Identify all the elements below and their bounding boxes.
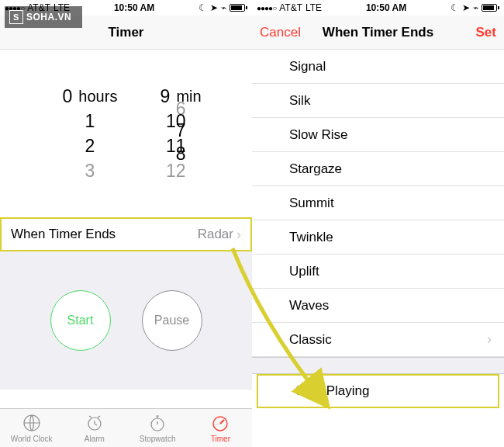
status-time: 10:50 AM [114,2,154,13]
sound-item-silk[interactable]: Silk [252,84,504,118]
page-title: When Timer Ends [306,25,450,40]
chevron-right-icon: › [487,331,492,348]
bluetooth-icon: ⌁ [473,2,478,13]
status-time: 10:50 AM [366,2,406,13]
when-ends-value: Radar [198,227,233,242]
cancel-button[interactable]: Cancel [260,25,306,40]
when-ends-label: When Timer Ends [11,227,116,242]
carrier-label: AT&T [279,2,302,13]
start-button[interactable]: Start [50,290,111,351]
tab-timer[interactable]: Timer [189,409,252,447]
timer-icon [210,413,230,433]
battery-icon [230,4,247,12]
location-icon: ➤ [210,2,218,13]
when-timer-ends-row[interactable]: When Timer Ends Radar › [0,217,252,251]
sound-item-uplift[interactable]: Uplift [252,255,504,289]
sound-item-stop-playing[interactable]: Stop Playing [257,374,499,408]
nav-bar: Cancel When Timer Ends Set [252,16,504,50]
pause-button[interactable]: Pause [142,290,202,351]
tab-alarm[interactable]: Alarm [63,409,126,447]
sound-select-screen: ●●●●○ AT&T LTE 10:50 AM ☾ ➤ ⌁ Cancel Whe… [252,0,504,447]
sound-item-twinkle[interactable]: Twinkle [252,220,504,255]
sound-item-summit[interactable]: Summit [252,186,504,220]
location-icon: ➤ [462,2,470,13]
sound-item-signal[interactable]: Signal [252,50,504,84]
hours-picker-column[interactable]: 0hours 1 2 3 [50,84,117,183]
watermark-badge: SSOHA.VN [5,6,82,28]
signal-dots-icon: ●●●●○ [257,4,276,12]
status-bar: ●●●●○ AT&T LTE 10:50 AM ☾ ➤ ⌁ [252,0,504,16]
sound-item-stargaze[interactable]: Stargaze [252,152,504,186]
stopwatch-icon [147,413,167,433]
moon-icon: ☾ [198,2,207,13]
sound-list[interactable]: Signal Silk Slow Rise Stargaze Summit Tw… [252,50,504,408]
bluetooth-icon: ⌁ [221,2,226,13]
minutes-picker-column[interactable]: 6 7 8 9min 10 11 12 [148,84,201,183]
set-button[interactable]: Set [450,25,496,40]
sound-item-classic[interactable]: Classic› [252,323,504,357]
moon-icon: ☾ [450,2,459,13]
list-separator [252,357,504,374]
time-picker[interactable]: 0hours 1 2 3 6 7 8 9min 10 11 12 [0,50,252,217]
tab-stopwatch[interactable]: Stopwatch [126,409,189,447]
alarm-icon [85,413,105,433]
timer-screen: ●●●●○ AT&T LTE 10:50 AM ☾ ➤ ⌁ . Timer . … [0,0,252,447]
sound-item-slow-rise[interactable]: Slow Rise [252,118,504,152]
tab-bar: World Clock Alarm Stopwatch Timer [0,408,252,447]
timer-controls: Start Pause [0,251,252,390]
globe-icon [22,413,42,433]
tab-world-clock[interactable]: World Clock [0,409,63,447]
battery-icon [482,4,499,12]
sound-item-waves[interactable]: Waves [252,289,504,323]
chevron-right-icon: › [236,227,241,243]
network-label: LTE [306,2,322,13]
